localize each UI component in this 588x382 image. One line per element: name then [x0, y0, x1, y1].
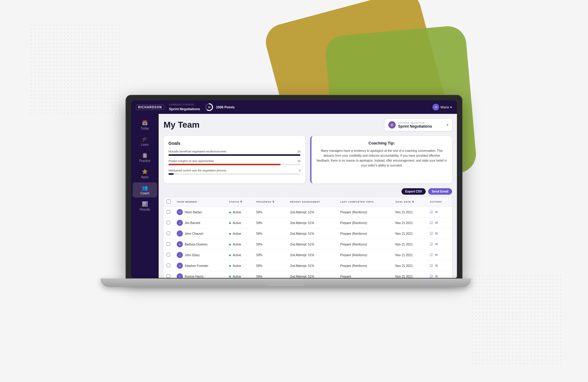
row-member-1: J Jim Barnett — [174, 218, 226, 228]
row-checkbox-5[interactable] — [167, 264, 170, 267]
current-course-label: CURRENT COURSE — [169, 103, 200, 106]
col-status[interactable]: STATUS ⇅ — [226, 197, 253, 207]
action-email-icon-1[interactable]: ✉ — [435, 221, 438, 225]
row-checkbox-cell — [164, 207, 174, 218]
row-actions-2: ☑ ✉ — [427, 228, 452, 239]
action-report-icon-4[interactable]: ☑ — [430, 253, 433, 257]
member-name-5: Stephen Forester — [185, 264, 208, 268]
row-goal-date-2: Nov 21 2021 — [392, 228, 427, 239]
current-course-name: Sprint Negotiations — [169, 107, 200, 111]
row-checkbox-4[interactable] — [167, 253, 170, 257]
send-email-button[interactable]: Send Email — [428, 188, 452, 195]
dots-top-left — [31, 24, 123, 116]
learn-icon: 🎓 — [142, 136, 148, 142]
row-checkbox-6[interactable] — [167, 274, 170, 278]
goal-bar-track-1 — [168, 154, 300, 156]
goal-item-3-value: 0 — [299, 169, 300, 172]
row-member-4: J John Elsey — [174, 250, 226, 260]
action-email-icon-3[interactable]: ✉ — [435, 242, 438, 246]
coaching-tip-title: Coaching Tip: — [316, 141, 447, 145]
status-text-5: Active — [233, 264, 241, 268]
goal-item-2-value: 15 — [297, 159, 300, 163]
app-logo: RICHARDSON — [136, 105, 164, 110]
action-email-icon-2[interactable]: ✉ — [435, 231, 438, 236]
apply-icon: ⭐ — [142, 169, 148, 174]
action-email-icon-5[interactable]: ✉ — [435, 264, 438, 268]
sidebar-label-today: Today — [141, 127, 149, 130]
laptop-screen: RICHARDSON CURRENT COURSE Sprint Negotia… — [131, 100, 457, 278]
row-checkbox-cell — [164, 260, 174, 271]
row-member-2: J Jenn Chauvin — [174, 228, 226, 239]
sidebar-item-today[interactable]: 📅 Today — [133, 118, 157, 133]
action-report-icon-0[interactable]: ☑ — [430, 210, 433, 214]
team-table: TEAM MEMBER ↑ STATUS ⇅ PROGRESS ⇅ RECENT… — [164, 197, 452, 278]
course-selector[interactable]: 🎯 COURSE SELECTOR Sprint Negotiations ▾ — [385, 119, 452, 131]
member-name-0: Henri Barber — [185, 211, 202, 214]
member-avatar-1: J — [177, 220, 183, 226]
goal-item-1-header: Mutually beneficial negotiated results/o… — [168, 150, 300, 153]
row-topic-1: Prepare (Reinforce) — [337, 218, 392, 228]
row-topic-4: Prepare (Reinforce) — [337, 250, 392, 260]
row-assessment-4: 2nd Attempt: 51% — [287, 250, 337, 260]
status-text-4: Active — [233, 253, 241, 257]
member-avatar-6: R — [177, 273, 183, 278]
topbar-course-info: CURRENT COURSE Sprint Negotiations 59 10… — [169, 103, 433, 111]
action-email-icon-0[interactable]: ✉ — [435, 210, 438, 214]
col-topic[interactable]: LAST COMPLETED TOPIC — [337, 197, 392, 207]
row-checkbox-0[interactable] — [167, 210, 170, 214]
action-report-icon-3[interactable]: ☑ — [430, 242, 433, 246]
row-member-0: H Henri Barber — [174, 207, 226, 218]
col-assessment[interactable]: RECENT ASSESSMENT — [287, 197, 337, 207]
action-report-icon-5[interactable]: ☑ — [430, 264, 433, 268]
svg-rect-1 — [31, 24, 123, 116]
action-report-icon-1[interactable]: ☑ — [430, 221, 433, 225]
action-email-icon-4[interactable]: ✉ — [435, 253, 438, 257]
table-actions: Export CSV Send Email — [164, 188, 452, 195]
action-report-icon-2[interactable]: ☑ — [430, 231, 433, 236]
member-name-4: John Elsey — [185, 253, 200, 257]
row-actions-3: ☑ ✉ — [427, 239, 452, 250]
table-row: H Henri Barber Active 59% 2nd Attempt: 5… — [164, 207, 452, 218]
row-assessment-1: 2nd Attempt: 51% — [287, 218, 337, 228]
sidebar-item-coach[interactable]: 👥 Coach — [133, 182, 157, 197]
status-dot-6 — [229, 276, 231, 278]
row-checkbox-1[interactable] — [167, 221, 170, 224]
row-member-3: B Barbara Downes — [174, 239, 226, 250]
goal-bar-fill-1 — [168, 154, 300, 156]
row-status-0: Active — [226, 207, 253, 218]
col-progress[interactable]: PROGRESS ⇅ — [253, 197, 287, 207]
row-checkbox-2[interactable] — [167, 231, 170, 235]
goal-bar-fill-2 — [168, 164, 281, 165]
topbar-user[interactable]: M Maria ▾ — [432, 104, 452, 110]
course-selector-chevron-icon: ▾ — [447, 123, 448, 127]
action-report-icon-6[interactable]: ☑ — [430, 274, 433, 278]
sidebar-item-apply[interactable]: ⭐ Apply — [133, 166, 157, 181]
laptop-trackpad — [267, 283, 304, 286]
col-goal-date[interactable]: GOAL DATE ⇅ — [392, 197, 427, 207]
row-topic-6: Prepare — [337, 271, 392, 278]
row-actions-1: ☑ ✉ — [427, 218, 452, 228]
col-actions: ACTIONS — [427, 197, 452, 207]
select-all-checkbox[interactable] — [167, 200, 171, 204]
topbar: RICHARDSON CURRENT COURSE Sprint Negotia… — [131, 100, 457, 114]
sidebar-item-practice[interactable]: 📋 Practice — [133, 150, 157, 165]
sidebar-item-results[interactable]: 📊 Results — [133, 199, 157, 214]
sidebar-item-learn[interactable]: 🎓 Learn — [133, 134, 157, 149]
status-text-3: Active — [233, 243, 241, 246]
goal-item-3-header: Maintained control over the negotiation … — [168, 169, 300, 172]
page-title: My Team — [164, 120, 200, 130]
today-icon: 📅 — [142, 120, 148, 126]
content-area: My Team 🎯 COURSE SELECTOR Sprint Negotia… — [159, 114, 457, 278]
row-topic-0: Prepare (Reinforce) — [337, 207, 392, 218]
col-member[interactable]: TEAM MEMBER ↑ — [174, 197, 226, 207]
row-goal-date-5: Nov 21 2021 — [392, 260, 427, 271]
row-goal-date-0: Nov 21 2021 — [392, 207, 427, 218]
export-csv-button[interactable]: Export CSV — [401, 188, 426, 195]
goal-bar-track-2 — [168, 164, 300, 165]
row-checkbox-3[interactable] — [167, 242, 170, 246]
row-checkbox-cell — [164, 228, 174, 239]
sidebar: 📅 Today 🎓 Learn 📋 Practice ⭐ — [131, 114, 159, 278]
laptop-wrapper: RICHARDSON CURRENT COURSE Sprint Negotia… — [126, 95, 462, 287]
row-status-5: Active — [226, 260, 253, 271]
action-email-icon-6[interactable]: ✉ — [435, 274, 438, 278]
